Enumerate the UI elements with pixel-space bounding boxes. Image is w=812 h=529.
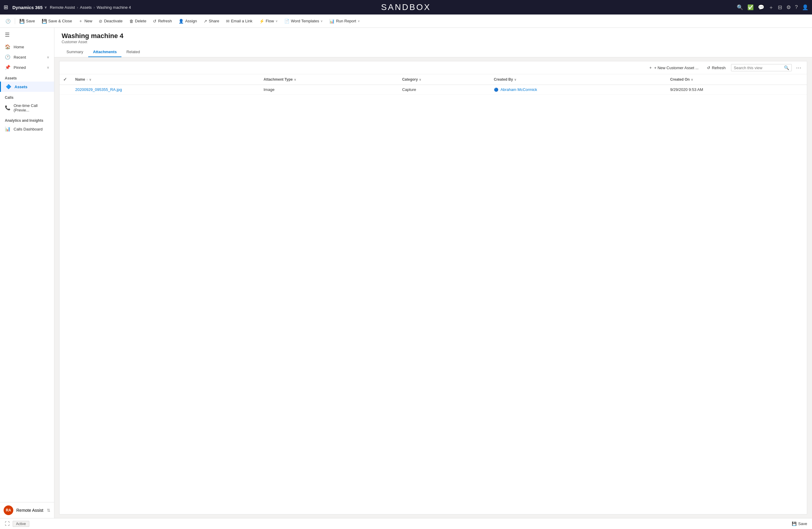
row-attachment-type-cell: Image [260,85,399,95]
grid-toolbar: ＋ + New Customer Asset ... ↺ Refresh 🔍 ⋯ [59,61,807,74]
email-link-button[interactable]: ✉ Email a Link [223,17,256,25]
attachment-type-col-label: Attachment Type [264,77,293,82]
assign-button[interactable]: 👤 Assign [175,17,200,25]
share-button[interactable]: ↗ Share [201,17,222,25]
history-button[interactable]: 🕐 [2,17,14,25]
col-header-category[interactable]: Category ∨ [398,74,490,85]
sidebar-footer[interactable]: RA Remote Assist ⇅ [0,502,54,518]
grid-refresh-button[interactable]: ↺ Refresh [704,65,729,71]
command-bar: 🕐 💾 Save 💾 Save & Close ＋ New ⊘ Deactiva… [0,14,812,28]
attachment-name-link[interactable]: 20200929_095355_RA.jpg [75,87,122,92]
col-header-name[interactable]: Name ↑ ∨ [72,74,260,85]
add-icon[interactable]: ＋ [768,4,774,11]
created-by-col-label: Created By [494,77,513,82]
tab-attachments[interactable]: Attachments [88,47,122,57]
new-customer-asset-button[interactable]: ＋ + New Customer Asset ... [646,64,701,72]
breadcrumb-sep2: › [93,5,95,10]
refresh-label: Refresh [158,19,172,23]
grid-scroll-area: ✓ Name ↑ ∨ Attach [59,74,807,514]
tab-summary[interactable]: Summary [62,47,88,57]
user-icon[interactable]: 👤 [802,4,808,11]
created-by-chevron-icon: ∨ [514,78,516,81]
statusbar-save-button[interactable]: 💾 Save [792,521,807,526]
share-icon: ↗ [204,19,207,24]
created-on-chevron-icon: ∨ [691,78,693,81]
filter-icon[interactable]: ⊟ [778,4,782,11]
breadcrumb-sep1: › [77,5,78,10]
breadcrumb-assets[interactable]: Assets [80,5,92,10]
more-options-icon[interactable]: ⋯ [794,64,803,72]
sidebar-assets-section-title: Assets [0,72,54,82]
flow-button[interactable]: ⚡ Flow ∨ [256,17,281,25]
check-all-icon[interactable]: ✓ [63,77,67,82]
sidebar-footer-label: Remote Assist [16,508,43,513]
deactivate-button[interactable]: ⊘ Deactivate [96,17,125,25]
save-label: Save [26,19,35,23]
sidebar-toggle-button[interactable]: ☰ [0,28,54,42]
waffle-menu-icon[interactable]: ⊞ [4,4,8,11]
sidebar-onetimecall-label: One-time Call (Previe... [14,103,49,112]
status-badge: Active [13,521,29,527]
flow-icon: ⚡ [259,19,264,24]
created-by-status-icon: 🔵 [494,88,498,92]
chat-icon[interactable]: 💬 [758,4,764,11]
breadcrumb-remote-assist[interactable]: Remote Assist [50,5,75,10]
sidebar-dashboard-label: Calls Dashboard [14,127,43,131]
delete-button[interactable]: 🗑 Delete [126,17,149,25]
name-sort-asc-icon: ↑ [86,78,88,81]
save-close-button[interactable]: 💾 Save & Close [39,17,75,25]
row-check-cell[interactable] [59,85,72,95]
flow-chevron-icon: ∨ [276,19,278,23]
deactivate-label: Deactivate [104,19,122,23]
word-templates-chevron-icon: ∨ [320,19,323,23]
sidebar-assets-label: Assets [14,85,28,89]
sidebar-item-recent[interactable]: 🕐 Recent ∨ [0,52,54,62]
check-icon[interactable]: ✅ [748,4,754,11]
attachment-type-chevron-icon: ∨ [294,78,296,81]
save-button[interactable]: 💾 Save [16,17,38,25]
email-icon: ✉ [226,19,230,24]
sidebar-recent-label: Recent [14,55,26,59]
attachments-table: ✓ Name ↑ ∨ Attach [59,74,807,95]
sidebar-item-calls-dashboard[interactable]: 📊 Calls Dashboard [0,124,54,134]
col-header-created-by[interactable]: Created By ∨ [490,74,667,85]
expand-icon[interactable]: ⛶ [5,521,10,527]
run-report-icon: 📊 [329,19,334,24]
home-icon: 🏠 [5,44,11,49]
run-report-button[interactable]: 📊 Run Report ∨ [326,17,362,25]
assets-icon: 🔷 [6,84,12,89]
row-created-by-cell: 🔵 Abraham McCormick [490,85,667,95]
col-header-attachment-type[interactable]: Attachment Type ∨ [260,74,399,85]
sidebar-footer-chevron-icon: ⇅ [47,508,50,513]
word-templates-button[interactable]: 📄 Word Templates ∨ [281,17,325,25]
new-icon: ＋ [78,18,83,24]
brand-label[interactable]: Dynamics 365 ∨ [12,5,47,10]
grid-refresh-icon: ↺ [707,66,710,70]
col-header-check: ✓ [59,74,72,85]
help-icon[interactable]: ? [795,4,798,10]
divider1 [15,18,15,24]
sidebar-item-pinned[interactable]: 📌 Pinned ∨ [0,62,54,72]
refresh-icon: ↺ [153,19,157,24]
record-header: Washing machine 4 Customer Asset Summary… [54,28,812,57]
recent-chevron-icon: ∨ [47,55,49,59]
table-row: 20200929_095355_RA.jpg Image Capture 🔵 A… [59,85,807,95]
statusbar-save-label: Save [798,521,807,526]
statusbar-right: 💾 Save [792,521,807,526]
breadcrumb: Remote Assist › Assets › Washing machine… [50,5,131,10]
sidebar-item-one-time-call[interactable]: 📞 One-time Call (Previe... [0,101,54,115]
search-input[interactable] [734,66,782,70]
settings-icon[interactable]: ⚙ [786,4,791,11]
created-by-link[interactable]: Abraham McCormick [501,87,537,92]
grid-refresh-label: Refresh [712,66,726,70]
sidebar-item-home[interactable]: 🏠 Home [0,42,54,52]
avatar: RA [4,505,13,515]
new-button[interactable]: ＋ New [75,17,95,25]
search-icon[interactable]: 🔍 [737,4,743,11]
call-icon: 📞 [5,105,11,111]
sidebar-item-assets[interactable]: 🔷 Assets [0,82,54,92]
brand-chevron-icon: ∨ [44,5,47,9]
col-header-created-on[interactable]: Created On ∨ [666,74,807,85]
refresh-button[interactable]: ↺ Refresh [150,17,175,25]
tab-related[interactable]: Related [121,47,145,57]
